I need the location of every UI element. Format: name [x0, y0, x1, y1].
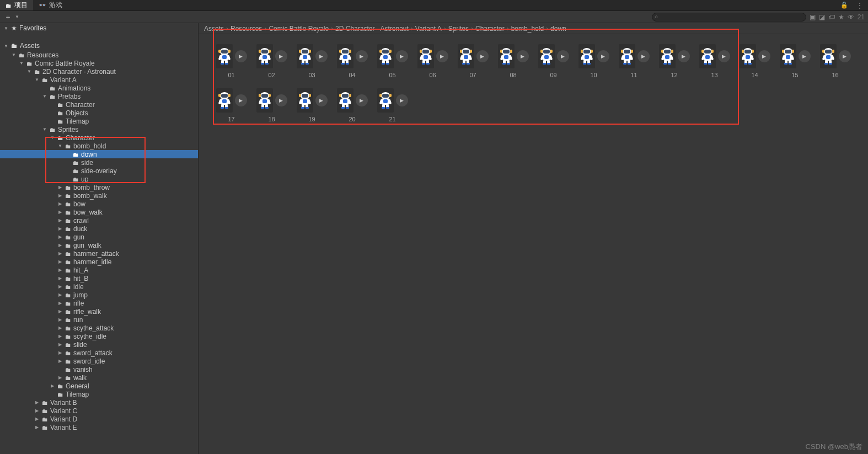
sprite-cell[interactable]: ▶13 — [697, 44, 732, 78]
sprite-cell[interactable]: ▶12 — [657, 44, 692, 78]
chevron-right-icon[interactable] — [57, 276, 63, 281]
chevron-right-icon[interactable] — [57, 317, 63, 322]
breadcrumb-item[interactable]: bomb_hold — [511, 25, 544, 33]
tree-item-character[interactable]: 🖿Character — [0, 100, 198, 109]
sprite-cell[interactable]: ▶14 — [737, 44, 772, 78]
tree-item-hammer_attack[interactable]: 🖿hammer_attack — [0, 249, 198, 258]
breadcrumb-item[interactable]: Assets — [204, 25, 224, 33]
chevron-right-icon[interactable] — [57, 359, 63, 364]
chevron-right-icon[interactable] — [34, 408, 40, 413]
tree-item-tilemap[interactable]: 🖿Tilemap — [0, 390, 198, 398]
sprite-thumbnail[interactable] — [256, 44, 273, 68]
play-icon[interactable]: ▶ — [356, 94, 368, 106]
tree-item-walk[interactable]: 🖿walk — [0, 373, 198, 382]
play-icon[interactable]: ▶ — [597, 50, 609, 62]
chevron-down-icon[interactable] — [11, 52, 17, 57]
chevron-right-icon[interactable] — [57, 309, 63, 314]
sprite-thumbnail[interactable] — [740, 44, 756, 68]
chevron-right-icon[interactable] — [57, 218, 63, 223]
tree-item-sword_attack[interactable]: 🖿sword_attack — [0, 349, 198, 357]
play-icon[interactable]: ▶ — [839, 50, 851, 62]
chevron-right-icon[interactable] — [57, 292, 63, 297]
tree-item-bomb_walk[interactable]: 🖿bomb_walk — [0, 191, 198, 200]
chevron-down-icon[interactable] — [19, 61, 24, 66]
chevron-right-icon[interactable] — [57, 375, 63, 380]
play-icon[interactable]: ▶ — [275, 50, 287, 62]
sprite-thumbnail[interactable] — [820, 44, 837, 68]
play-icon[interactable]: ▶ — [396, 94, 408, 106]
breadcrumb-item[interactable]: down — [550, 25, 566, 33]
chevron-down-icon[interactable] — [34, 77, 40, 82]
sprite-thumbnail[interactable] — [619, 44, 635, 68]
sprite-thumbnail[interactable] — [337, 88, 353, 113]
tree-item-duck[interactable]: 🖿duck — [0, 225, 198, 233]
tree-item-sprites[interactable]: 🖿Sprites — [0, 125, 198, 133]
tree-item-vanish[interactable]: 🖿vanish — [0, 365, 198, 373]
sprite-thumbnail[interactable] — [377, 44, 394, 68]
tree-item-bow_walk[interactable]: 🖿bow_walk — [0, 208, 198, 216]
chevron-right-icon[interactable] — [57, 226, 63, 231]
breadcrumb-item[interactable]: Character — [475, 25, 505, 33]
sprite-thumbnail[interactable] — [256, 88, 273, 113]
tree-item-bomb_hold[interactable]: 🖿bomb_hold — [0, 142, 198, 150]
tree-item-variant-c[interactable]: 🖿Variant C — [0, 407, 198, 415]
sprite-cell[interactable]: ▶02 — [254, 44, 289, 78]
assets-header[interactable]: 🖿 Assets — [0, 41, 198, 51]
tree-item-hammer_idle[interactable]: 🖿hammer_idle — [0, 258, 198, 266]
favorite-icon[interactable]: ★ — [838, 13, 844, 21]
tree-item-hit_a[interactable]: 🖿hit_A — [0, 266, 198, 274]
tree-item-gun_walk[interactable]: 🖿gun_walk — [0, 241, 198, 249]
tree-item-slide[interactable]: 🖿slide — [0, 340, 198, 349]
tab-menu-icon[interactable]: ⋮ — [856, 1, 868, 10]
tab-game[interactable]: 👓 游戏 — [33, 0, 68, 10]
sprite-cell[interactable]: ▶20 — [335, 88, 369, 122]
tree-item-scythe_attack[interactable]: 🖿scythe_attack — [0, 324, 198, 332]
sprite-cell[interactable]: ▶21 — [375, 88, 410, 122]
tree-item-variant-a[interactable]: 🖿Variant A — [0, 76, 198, 84]
tree-item-idle[interactable]: 🖿idle — [0, 282, 198, 291]
sprite-thumbnail[interactable] — [458, 44, 474, 68]
sprite-thumbnail[interactable] — [699, 44, 716, 68]
tree-item-2d-character---astronaut[interactable]: 🖿2D Character - Astronaut — [0, 67, 198, 76]
lock-icon[interactable]: 🔓 — [840, 2, 851, 9]
tree-item-variant-e[interactable]: 🖿Variant E — [0, 423, 198, 431]
tree-item-side-overlay[interactable]: 🖿side-overlay — [0, 167, 198, 175]
sprite-thumbnail[interactable] — [578, 44, 595, 68]
sprite-cell[interactable]: ▶07 — [456, 44, 490, 78]
tree-item-tilemap[interactable]: 🖿Tilemap — [0, 117, 198, 125]
chevron-right-icon[interactable] — [57, 251, 63, 256]
tree-item-objects[interactable]: 🖿Objects — [0, 109, 198, 117]
play-icon[interactable]: ▶ — [758, 50, 770, 62]
search-input[interactable] — [652, 13, 806, 22]
sprite-thumbnail[interactable] — [216, 44, 233, 68]
filter-scene-icon[interactable]: ▣ — [810, 13, 816, 21]
tree-item-resources[interactable]: 🖿Resources — [0, 51, 198, 59]
chevron-down-icon[interactable] — [57, 143, 63, 148]
chevron-right-icon[interactable] — [57, 284, 63, 289]
play-icon[interactable]: ▶ — [718, 50, 730, 62]
sprite-thumbnail[interactable] — [377, 88, 394, 113]
chevron-right-icon[interactable] — [57, 193, 63, 198]
chevron-right-icon[interactable] — [57, 243, 63, 248]
chevron-down-icon[interactable] — [26, 69, 32, 74]
chevron-right-icon[interactable] — [57, 342, 63, 347]
chevron-right-icon[interactable] — [57, 350, 63, 355]
breadcrumb-item[interactable]: Sprites — [448, 25, 469, 33]
tree-item-variant-d[interactable]: 🖿Variant D — [0, 415, 198, 423]
tree-item-comic-battle-royale[interactable]: 🖿Comic Battle Royale — [0, 59, 198, 67]
filter-label-icon[interactable]: 🏷 — [828, 13, 835, 21]
chevron-right-icon[interactable] — [57, 325, 63, 330]
chevron-right-icon[interactable] — [34, 425, 40, 430]
tree-item-character[interactable]: 🖿Character — [0, 133, 198, 142]
chevron-right-icon[interactable] — [57, 234, 63, 239]
sprite-cell[interactable]: ▶17 — [214, 88, 249, 122]
chevron-right-icon[interactable] — [34, 416, 40, 421]
play-icon[interactable]: ▶ — [436, 50, 448, 62]
sprite-thumbnail[interactable] — [780, 44, 796, 68]
add-button[interactable]: ＋ — [3, 12, 13, 22]
sprite-thumbnail[interactable] — [538, 44, 555, 68]
sprite-thumbnail[interactable] — [337, 44, 353, 68]
tree-item-down[interactable]: 🖿down — [0, 150, 198, 158]
play-icon[interactable]: ▶ — [476, 50, 489, 62]
chevron-right-icon[interactable] — [57, 185, 63, 190]
